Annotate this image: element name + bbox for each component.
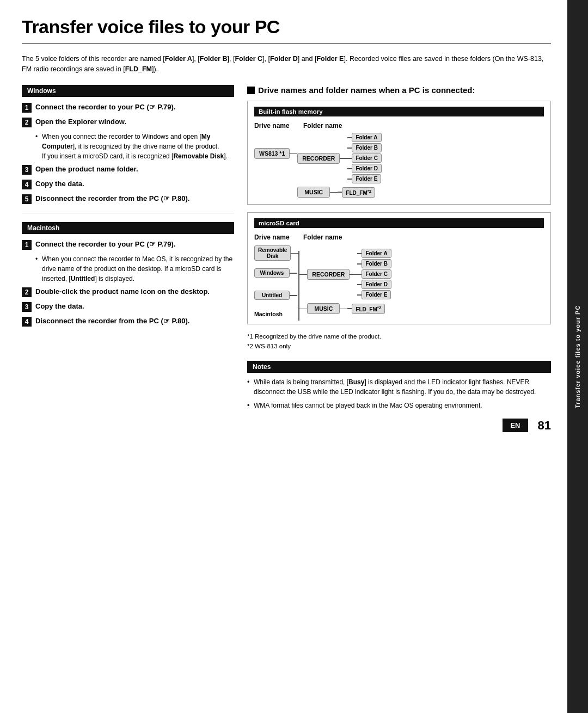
fld-fm-builtin: FLD_FM*2 bbox=[342, 187, 375, 198]
macintosh-section: Macintosh 1 Connect the recorder to your… bbox=[22, 222, 234, 327]
builtin-header: Built-in flash memory bbox=[254, 107, 544, 116]
mac-step-2: 2 Double-click the product name icon on … bbox=[22, 287, 234, 297]
bottom-row: EN 81 bbox=[22, 419, 551, 433]
microsd-col-drive: Drive name bbox=[254, 233, 303, 241]
microsd-diagram: microSD card Drive name Folder name Remo… bbox=[247, 212, 551, 324]
windows-header: Windows bbox=[22, 85, 234, 97]
windows-step-3: 3 Open the product name folder. bbox=[22, 164, 234, 175]
intro-text: The 5 voice folders of this recorder are… bbox=[22, 54, 551, 75]
builtin-col-folder: Folder name bbox=[303, 122, 544, 130]
note-1: While data is being transmitted, [Busy] … bbox=[247, 377, 551, 397]
footnote-1: *1 Recognized by the drive name of the p… bbox=[247, 332, 551, 341]
footnotes: *1 Recognized by the drive name of the p… bbox=[247, 332, 551, 351]
footnote-2: *2 WS-813 only bbox=[247, 342, 551, 351]
en-badge: EN bbox=[503, 419, 528, 432]
folder-a-builtin: Folder A bbox=[352, 133, 381, 142]
right-tab: Transfer voice files to your PC bbox=[567, 0, 588, 713]
windows-node-microsd: Windows bbox=[254, 268, 290, 278]
mac-step-4: 4 Disconnect the recorder from the PC (☞… bbox=[22, 316, 234, 327]
folder-b-builtin: Folder B bbox=[352, 143, 382, 152]
square-icon bbox=[247, 87, 255, 94]
folder-e-microsd: Folder E bbox=[362, 290, 391, 299]
recorder-node-microsd: RECORDER bbox=[307, 269, 350, 280]
folder-e-builtin: Folder E bbox=[352, 174, 381, 183]
music-node-builtin: MUSIC bbox=[297, 187, 330, 198]
builtin-col-drive: Drive name bbox=[254, 122, 303, 130]
folder-d-microsd: Folder D bbox=[362, 280, 391, 289]
folder-d-builtin: Folder D bbox=[352, 164, 382, 173]
windows-step-4: 4 Copy the data. bbox=[22, 179, 234, 189]
builtin-diagram: Built-in flash memory Drive name Folder … bbox=[247, 101, 551, 205]
windows-substep-1: When you connect the recorder to Windows… bbox=[35, 132, 234, 161]
mac-step-1: 1 Connect the recorder to your PC (☞ P.7… bbox=[22, 239, 234, 250]
windows-step-1: 1 Connect the recorder to your PC (☞ P.7… bbox=[22, 102, 234, 113]
mac-step-3: 3 Copy the data. bbox=[22, 302, 234, 312]
notes-header: Notes bbox=[247, 361, 551, 373]
microsd-tree: RemovableDisk Windows Untitled bbox=[254, 244, 544, 321]
note-2: WMA format files cannot be played back i… bbox=[247, 401, 551, 411]
notes-box: Notes While data is being transmitted, [… bbox=[247, 361, 551, 411]
windows-step-5: 5 Disconnect the recorder from the PC (☞… bbox=[22, 194, 234, 204]
music-node-microsd: MUSIC bbox=[307, 303, 340, 314]
windows-substep-list: When you connect the recorder to Windows… bbox=[22, 132, 234, 161]
mac-substep-list: When you connect the recorder to Mac OS,… bbox=[22, 254, 234, 284]
recorder-node-builtin: RECORDER bbox=[297, 153, 340, 164]
windows-section: Windows 1 Connect the recorder to your P… bbox=[22, 85, 234, 204]
untitled-node: Untitled bbox=[254, 291, 290, 300]
drive-names-header: Drive names and folder names when a PC i… bbox=[247, 85, 551, 96]
page-number: 81 bbox=[538, 419, 551, 433]
page-title: Transfer voice files to your PC bbox=[22, 16, 551, 44]
folder-a-microsd: Folder A bbox=[362, 249, 391, 258]
notes-list: While data is being transmitted, [Busy] … bbox=[247, 377, 551, 411]
fld-fm-microsd: FLD_FM*2 bbox=[352, 304, 385, 314]
mac-substep-1: When you connect the recorder to Mac OS,… bbox=[35, 254, 234, 284]
macintosh-header: Macintosh bbox=[22, 222, 234, 234]
microsd-col-folder: Folder name bbox=[303, 233, 544, 241]
removable-disk-node: RemovableDisk bbox=[254, 245, 291, 261]
windows-step-2: 2 Open the Explorer window. bbox=[22, 117, 234, 127]
microsd-header: microSD card bbox=[254, 218, 544, 228]
folder-c-builtin: Folder C bbox=[352, 153, 382, 163]
builtin-drive-node: WS813 *1 bbox=[254, 148, 290, 159]
folder-b-microsd: Folder B bbox=[362, 259, 391, 268]
builtin-tree: WS813 *1 RECORDER bbox=[254, 133, 544, 198]
folder-c-microsd: Folder C bbox=[362, 269, 391, 279]
